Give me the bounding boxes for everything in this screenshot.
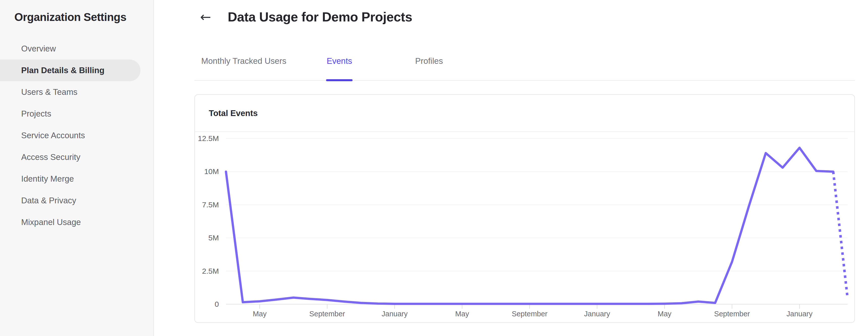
svg-text:September: September [309,310,345,318]
total-events-line-chart[interactable]: 02.5M5M7.5M10M12.5MMaySeptemberJanuaryMa… [195,132,855,322]
card-title: Total Events [209,109,258,118]
chart-area: 02.5M5M7.5M10M12.5MMaySeptemberJanuaryMa… [195,132,855,322]
back-arrow-icon: ← [200,9,211,25]
sidebar-title: Organization Settings [0,0,153,24]
main-content: ← Data Usage for Demo Projects Monthly T… [154,0,868,336]
tab-profiles[interactable]: Profiles [415,56,443,66]
sidebar-item-identity-merge[interactable]: Identity Merge [0,168,141,190]
active-tab-underline [326,79,352,81]
svg-text:7.5M: 7.5M [202,201,219,209]
svg-text:2.5M: 2.5M [202,267,219,275]
back-button[interactable]: ← [197,8,214,26]
sidebar-item-projects[interactable]: Projects [0,103,141,125]
total-events-card: Total Events 02.5M5M7.5M10M12.5MMaySepte… [194,94,855,323]
sidebar-item-users-teams[interactable]: Users & Teams [0,81,141,103]
tabs-bar: Monthly Tracked Users Events Profiles [194,52,855,81]
sidebar: Organization Settings Overview Plan Deta… [0,0,154,336]
sidebar-item-mixpanel-usage[interactable]: Mixpanel Usage [0,211,141,233]
svg-text:10M: 10M [204,167,219,176]
sidebar-item-overview[interactable]: Overview [0,38,141,60]
svg-text:January: January [786,310,813,318]
svg-text:5M: 5M [208,234,219,242]
svg-text:12.5M: 12.5M [198,134,219,143]
sidebar-item-service-accounts[interactable]: Service Accounts [0,125,141,146]
sidebar-nav: Overview Plan Details & Billing Users & … [0,38,153,233]
page-title: Data Usage for Demo Projects [228,9,412,25]
svg-text:September: September [714,310,750,318]
sidebar-item-data-privacy[interactable]: Data & Privacy [0,190,141,211]
tab-label: Events [327,56,352,66]
svg-text:September: September [512,310,548,318]
sidebar-item-plan-details-billing[interactable]: Plan Details & Billing [0,60,141,81]
tab-label: Monthly Tracked Users [201,56,286,66]
tab-label: Profiles [415,56,443,66]
tab-events[interactable]: Events [327,56,352,66]
tab-monthly-tracked-users[interactable]: Monthly Tracked Users [201,56,286,66]
card-header: Total Events [195,95,855,132]
svg-text:May: May [253,310,267,318]
svg-text:May: May [658,310,672,318]
svg-text:0: 0 [215,300,219,308]
svg-text:January: January [381,310,408,318]
svg-text:May: May [455,310,469,318]
sidebar-item-access-security[interactable]: Access Security [0,146,141,168]
svg-text:January: January [584,310,610,318]
